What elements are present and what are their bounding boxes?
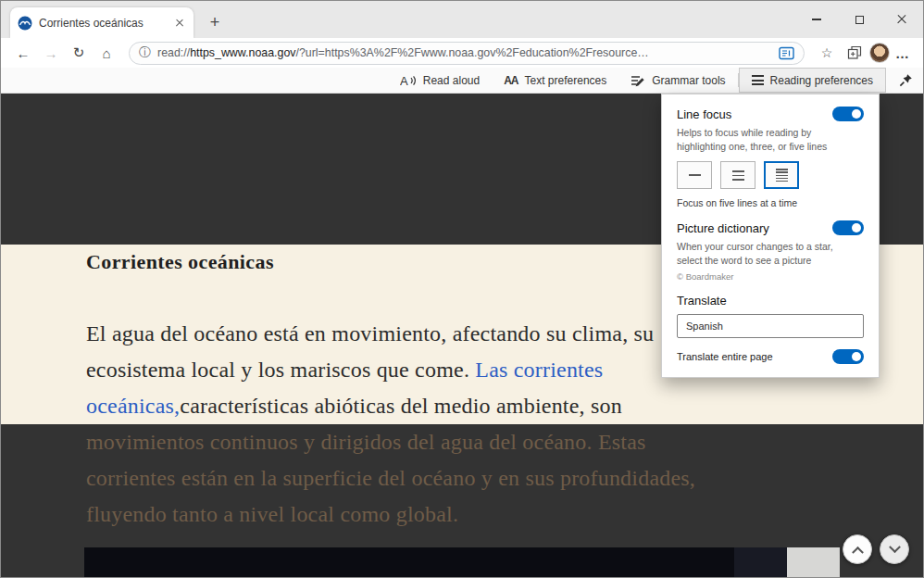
svg-text:A: A [400,74,408,87]
window-controls [795,1,923,38]
line-focus-description: Helps to focus while reading by highligh… [677,126,860,153]
grammar-tools-button[interactable]: Grammar tools [618,68,737,93]
read-aloud-button[interactable]: A Read aloud [388,68,492,93]
picture-dictionary-attribution: © Boardmaker [677,271,864,282]
picture-dictionary-description: When your cursor changes to a star, sele… [677,240,860,267]
favorites-star-icon[interactable]: ☆ [814,41,840,65]
text-preferences-label: Text preferences [525,74,607,87]
translate-entire-page-label: Translate entire page [677,351,773,362]
noaa-favicon-icon [18,16,32,31]
read-aloud-label: Read aloud [423,74,480,87]
title-bar: Corrientes oceánicas + [1,1,923,38]
article-paragraph-focused: El agua del océano está en movimiento, a… [86,316,654,424]
picture-dictionary-title: Picture dictionary [677,221,769,235]
site-info-icon[interactable]: ⓘ [139,44,151,61]
picture-dictionary-toggle[interactable] [832,220,864,235]
back-button[interactable]: ← [10,41,36,65]
three-lines-focus-button[interactable] [720,161,755,189]
profile-avatar[interactable] [869,43,890,63]
article-line: movimientos continuos y dirigidos del ag… [86,424,695,460]
article-line: ecosistema local y los mariscos que come… [86,352,654,388]
line-focus-title: Line focus [677,107,731,121]
url-scheme: read:// [157,46,190,59]
close-icon [896,14,907,25]
tab-title: Corrientes oceánicas [39,17,167,30]
maximize-icon [855,16,864,24]
translate-entire-page-toggle[interactable] [832,349,864,364]
article-image [84,547,840,577]
browser-tab[interactable]: Corrientes oceánicas [10,7,194,38]
pin-toolbar-button[interactable] [888,68,923,93]
three-lines-icon [732,170,744,181]
line-focus-toggle[interactable] [832,107,864,121]
article-line: oceánicas,características abióticas del … [86,388,654,424]
chevron-down-icon [889,541,901,553]
maximize-button[interactable] [838,1,880,38]
grammar-tools-label: Grammar tools [652,74,725,87]
article-line: corrientes están en la superficie del oc… [86,460,695,496]
scroll-up-button[interactable] [843,534,872,564]
read-aloud-icon: A [400,74,417,87]
tab-close-icon[interactable] [173,17,186,30]
refresh-button[interactable]: ↻ [66,41,92,65]
more-menu-button[interactable]: … [892,45,914,61]
minimize-button[interactable] [795,1,838,38]
reading-preferences-button[interactable]: Reading preferences [739,68,886,93]
one-line-focus-button[interactable] [677,161,712,189]
reading-preferences-icon [752,80,764,82]
reading-preferences-label: Reading preferences [770,74,873,87]
line-focus-options [677,161,864,189]
article-line: fluyendo tanto a nivel local como global… [86,496,695,533]
pin-icon [899,73,913,87]
minimize-icon [812,19,821,20]
article-link[interactable]: oceánicas, [86,394,180,418]
five-lines-focus-button[interactable] [764,161,799,189]
translate-title: Translate [677,294,864,308]
article-paragraph-dimmed: movimientos continuos y dirigidos del ag… [86,424,695,533]
text-preferences-icon: AA [504,74,518,87]
navigation-bar: ← → ↻ ⌂ ⓘ read://https_www.noaa.gov/?url… [1,38,923,68]
forward-button[interactable]: → [38,41,64,65]
article-link[interactable]: Las corrientes [475,358,603,382]
address-bar[interactable]: ⓘ read://https_www.noaa.gov/?url=https%3… [129,42,805,65]
one-line-icon [689,174,701,176]
browser-window: Corrientes oceánicas + ← → ↻ ⌂ ⓘ read://… [0,0,924,578]
home-button[interactable]: ⌂ [94,41,119,65]
url-text: read://https_www.noaa.gov/?url=https%3A%… [157,46,772,59]
article-line: El agua del océano está en movimiento, a… [86,316,654,352]
collections-icon[interactable] [842,41,868,65]
url-host: https_www.noaa.gov [190,46,295,59]
reader-toolbar: A Read aloud AA Text preferences Grammar… [1,68,923,94]
article-text: características abióticas del medio ambi… [180,394,622,418]
reading-preferences-panel: Line focus Helps to focus while reading … [661,94,880,378]
chevron-up-icon [852,546,864,558]
translate-language-select[interactable]: Spanish [677,314,864,338]
five-lines-icon [776,169,788,182]
url-rest: /?url=https%3A%2F%2Fwww.noaa.gov%2Feduca… [295,46,648,59]
grammar-tools-icon [631,74,645,87]
scroll-down-button[interactable] [880,534,909,564]
article-text: ecosistema local y los mariscos que come… [86,358,475,382]
new-tab-button[interactable]: + [203,10,227,34]
close-button[interactable] [880,1,923,38]
text-preferences-button[interactable]: AA Text preferences [492,68,618,93]
immersive-reader-icon[interactable] [779,46,794,60]
article-title: Corrientes oceánicas [86,250,274,274]
line-focus-caption: Focus on five lines at a time [677,197,864,208]
